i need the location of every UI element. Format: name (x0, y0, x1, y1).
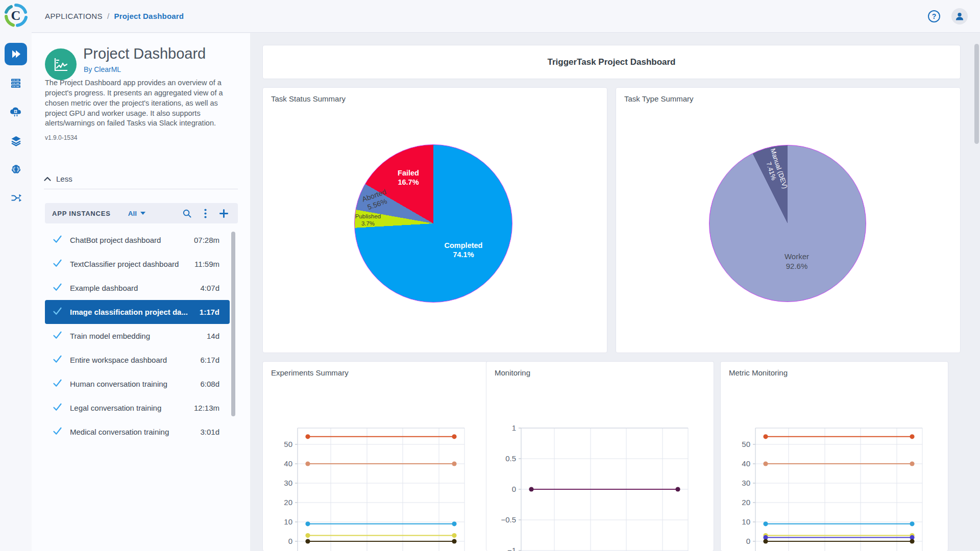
instance-time: 3:01d (200, 428, 219, 436)
page-title: Project Dashboard (83, 45, 206, 62)
page-scrollbar[interactable] (974, 44, 979, 144)
instance-name: Human conversation training (70, 380, 167, 388)
pipelines-icon (10, 192, 22, 204)
cloud-autoscaler-icon (9, 106, 22, 118)
instance-time: 6:08d (200, 380, 219, 388)
check-icon (52, 330, 63, 342)
collapse-less-button[interactable]: Less (44, 174, 72, 183)
check-icon (52, 306, 63, 318)
dashboard-main: TriggerTask Project Dashboard Task Statu… (250, 33, 980, 551)
svg-text:C: C (11, 8, 21, 23)
list-item[interactable]: Example dashboard 4:07d (45, 276, 230, 300)
y-axis-tick-label: 10 (742, 517, 750, 526)
series-point (910, 521, 914, 526)
monitoring-chart[interactable]: 10.50−0.5−1 (486, 362, 714, 551)
monitoring-card: Monitoring 10.50−0.5−1 (486, 361, 714, 551)
series-point (305, 521, 310, 526)
instance-name: Entire workspace dashboard (70, 356, 167, 364)
user-avatar[interactable] (951, 8, 968, 24)
metric-monitoring-card: Metric Monitoring 01020304050 (720, 361, 948, 551)
series-point (763, 461, 768, 466)
check-icon (52, 258, 63, 270)
check-icon (52, 378, 63, 390)
list-item[interactable]: TextClassifier project dashboard 11:59m (45, 252, 230, 276)
list-item[interactable]: ChatBot project dashboard 07:28m (45, 228, 230, 252)
y-axis-tick-label: 0 (288, 537, 292, 545)
list-item[interactable]: Image classification project da... 1:17d (45, 300, 230, 324)
instances-filter-dropdown[interactable]: All (128, 210, 145, 217)
app-version: v1.9.0-1534 (45, 134, 77, 141)
list-item[interactable]: Train model embedding 14d (45, 324, 230, 348)
y-axis-tick-label: 0 (746, 537, 750, 545)
instance-name: Train model embedding (70, 332, 150, 340)
series-point (675, 487, 680, 491)
models-brain-icon (10, 163, 22, 176)
add-instance-button[interactable] (219, 209, 229, 218)
series-point (763, 539, 768, 543)
y-axis-tick-label: 50 (284, 440, 292, 448)
metric-monitoring-chart[interactable]: 01020304050 (721, 362, 948, 551)
series-point (910, 539, 914, 543)
breadcrumb-applications[interactable]: APPLICATIONS (45, 12, 103, 20)
y-axis-tick-label: 0.5 (505, 454, 516, 463)
divider (44, 189, 238, 189)
sidebar-item-datasets[interactable] (5, 130, 27, 152)
instance-time: 11:59m (194, 260, 219, 268)
check-icon (52, 282, 63, 294)
chevron-up-icon (44, 177, 51, 181)
list-item[interactable]: Entire workspace dashboard 6:17d (45, 348, 230, 372)
list-item[interactable]: Medical conversation training 3:01d (45, 420, 230, 444)
instance-time: 07:28m (194, 236, 219, 244)
launch-apps-icon (10, 48, 22, 60)
list-scrollbar[interactable] (231, 232, 235, 416)
instance-time: 4:07d (200, 284, 219, 292)
instance-name: Example dashboard (70, 284, 138, 292)
series-point (305, 533, 310, 538)
experiments-summary-chart[interactable]: 01020304050 (263, 362, 491, 551)
y-axis-tick-label: 10 (284, 517, 292, 526)
check-icon (52, 425, 63, 438)
byline-link[interactable]: By ClearML (84, 65, 121, 73)
workers-queues-icon (10, 77, 22, 89)
y-axis-tick-label: 30 (284, 479, 292, 487)
sidebar-item-launch-apps[interactable] (5, 43, 27, 65)
topbar: APPLICATIONS / Project Dashboard ? (32, 0, 980, 33)
dashboard-header-card: TriggerTask Project Dashboard (262, 45, 961, 79)
y-axis-tick-label: 40 (742, 459, 750, 468)
app-details-panel: Project Dashboard By ClearML The Project… (32, 33, 250, 551)
clearml-logo-icon[interactable]: C (4, 3, 28, 28)
y-axis-tick-label: −0.5 (501, 515, 516, 524)
topbar-actions: ? (928, 8, 968, 24)
help-icon[interactable]: ? (928, 10, 940, 22)
chevron-down-icon (140, 212, 145, 215)
instance-name: ChatBot project dashboard (70, 236, 161, 244)
sidebar-item-workers-queues[interactable] (5, 72, 27, 94)
app-rail: C (0, 0, 32, 551)
instance-name: TextClassifier project dashboard (70, 260, 179, 268)
series-point (763, 434, 768, 439)
kebab-menu-icon[interactable] (204, 209, 207, 218)
list-item[interactable]: Human conversation training 6:08d (45, 372, 230, 396)
instance-name: Image classification project da... (70, 308, 188, 316)
instance-name: Medical conversation training (70, 428, 169, 436)
collapse-less-label: Less (56, 174, 72, 183)
sidebar-item-models-brain[interactable] (5, 158, 27, 181)
app-instances-title: APP INSTANCES (52, 210, 111, 217)
person-icon (954, 11, 965, 21)
instance-list: ChatBot project dashboard 07:28m TextCla… (45, 228, 230, 444)
series-point (305, 461, 310, 466)
list-item[interactable]: Legal conversation training 12:13m (45, 396, 230, 420)
task-type-pie-chart[interactable] (709, 145, 866, 302)
sidebar-item-pipelines[interactable] (5, 187, 27, 209)
card-title: Task Type Summary (624, 94, 694, 103)
search-icon[interactable] (182, 209, 192, 218)
sidebar-item-cloud-autoscaler[interactable] (5, 101, 27, 123)
y-axis-tick-label: −1 (507, 546, 516, 551)
instances-actions (182, 209, 229, 218)
instance-name: Legal conversation training (70, 404, 161, 412)
y-axis-tick-label: 20 (284, 498, 292, 507)
task-status-summary-card: Task Status Summary Completed74.1%Publis… (262, 87, 607, 353)
series-point (305, 539, 310, 543)
series-point (529, 487, 533, 491)
task-status-pie-chart[interactable] (354, 144, 512, 303)
